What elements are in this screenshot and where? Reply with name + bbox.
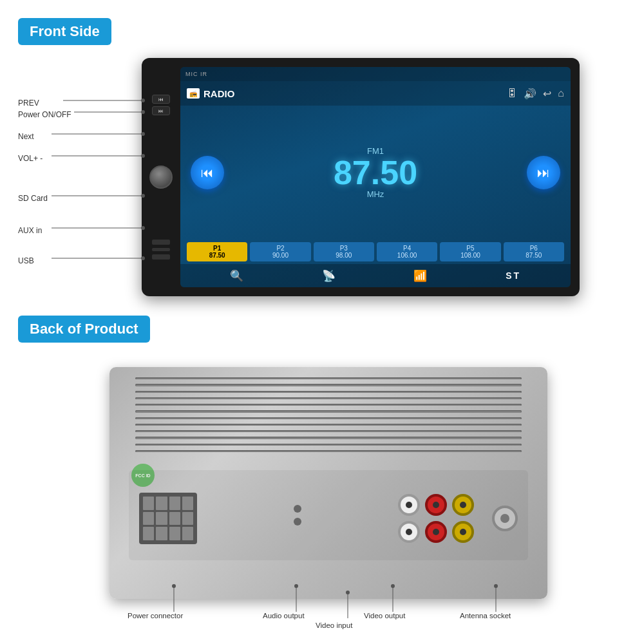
screen-footer: 🔍 📡 📶 ST	[180, 264, 571, 287]
pc-pin-4	[182, 497, 193, 510]
volume-icon[interactable]: 🔊	[524, 88, 536, 100]
antenna-socket-label: Antenna socket	[460, 612, 511, 620]
vent-12	[135, 450, 522, 452]
screen-top-bar: MIC IR	[180, 67, 571, 81]
aux-label: AUX in	[18, 226, 42, 235]
pc-pin-7	[169, 512, 180, 526]
rca-jacks	[398, 494, 482, 543]
sd-label: SD Card	[18, 194, 48, 203]
preset-3[interactable]: P3 98.00	[314, 242, 374, 261]
prev-track-button[interactable]: ⏮	[191, 156, 224, 189]
vol-label: VOL+ -	[18, 154, 43, 163]
bluetooth-icon[interactable]: 📶	[413, 269, 427, 283]
header-icons: 🎛 🔊 ↩ ⌂	[507, 88, 564, 100]
back-device: FCC ID	[109, 367, 547, 599]
preset-2[interactable]: P2 90.00	[250, 242, 310, 261]
vent-8	[135, 424, 522, 426]
power-label: Power ON/OFF	[18, 110, 71, 119]
mic-ir-label: MIC IR	[185, 71, 207, 77]
sd-callout: SD Card	[18, 192, 48, 204]
radio-logo: 📻 RADIO	[187, 88, 234, 99]
back-outer: FCC ID	[109, 367, 547, 599]
vent-10	[135, 437, 522, 439]
pc-pin-6	[156, 512, 167, 526]
next-label: Next	[18, 132, 34, 141]
rca-extra2	[452, 521, 474, 543]
rca-video-input	[452, 494, 474, 516]
radio-text: RADIO	[204, 88, 234, 99]
eq-icon[interactable]: 🎛	[507, 88, 517, 99]
pc-pin-9	[143, 527, 154, 540]
back-icon[interactable]: ↩	[543, 88, 551, 100]
rca-extra	[425, 521, 447, 543]
preset-4[interactable]: P4 106.00	[377, 242, 437, 261]
usb-port[interactable]	[152, 254, 170, 260]
pc-pin-10	[156, 527, 167, 540]
usb-label: USB	[18, 256, 34, 265]
next-callout: Next	[18, 130, 34, 142]
power-callout: Power ON/OFF	[18, 108, 71, 120]
left-controls: ⏮ ⏭	[142, 58, 180, 296]
pc-pin-3	[169, 497, 180, 510]
radio-icon: 📻	[187, 88, 200, 99]
next-track-button[interactable]: ⏭	[527, 156, 560, 189]
wifi-icon[interactable]: 📡	[322, 269, 336, 283]
preset-6[interactable]: P6 87.50	[504, 242, 564, 261]
frequency-display: FM1 87.50 MHz	[334, 146, 417, 199]
antenna-inner	[500, 514, 509, 523]
antenna-socket	[492, 506, 518, 531]
vent-11	[135, 444, 522, 446]
screen-main: ⏮ FM1 87.50 MHz ⏭	[180, 106, 571, 240]
screen: MIC IR 📻 RADIO 🎛 🔊 ↩ ⌂ ⏮ FM1 87.50	[180, 67, 571, 287]
preset-5[interactable]: P5 108.00	[440, 242, 500, 261]
vent-7	[135, 417, 522, 419]
pc-pin-1	[143, 497, 154, 510]
front-side-label: Front Side	[18, 18, 111, 45]
video-output-label: Video output	[364, 612, 405, 620]
vents	[135, 375, 522, 452]
vent-6	[135, 410, 522, 412]
pc-pin-2	[156, 497, 167, 510]
preset-1[interactable]: P1 87.50	[187, 242, 247, 261]
audio-output-label: Audio output	[263, 612, 305, 620]
rca-audio-left	[398, 494, 420, 516]
connectors-row	[129, 470, 528, 560]
power-connector	[139, 493, 197, 544]
video-input-label: Video input	[316, 621, 352, 629]
vent-5	[135, 404, 522, 406]
pc-pin-11	[169, 527, 180, 540]
usb-callout: USB	[18, 254, 34, 266]
front-device: ⏮ ⏭ MIC IR 📻 RADIO 🎛 �	[142, 58, 580, 296]
aux-callout: AUX in	[18, 224, 42, 236]
prev-label: PREV	[18, 99, 39, 108]
frequency-number: 87.50	[334, 156, 417, 189]
vent-2	[135, 384, 522, 386]
search-icon[interactable]: 🔍	[230, 269, 243, 283]
aux-port[interactable]	[152, 248, 170, 251]
prev-callout: PREV	[18, 97, 39, 108]
pc-pin-8	[182, 512, 193, 526]
next-button[interactable]: ⏭	[152, 106, 170, 115]
volume-knob[interactable]	[149, 166, 173, 189]
rca-video-output	[398, 521, 420, 543]
home-icon[interactable]: ⌂	[558, 88, 564, 99]
vent-1	[135, 377, 522, 379]
pc-pin-12	[182, 527, 193, 540]
pc-pin-5	[143, 512, 154, 526]
sd-card-slot[interactable]	[152, 240, 170, 245]
st-label: ST	[506, 270, 521, 281]
spacer	[207, 505, 388, 526]
vol-callout: VOL+ -	[18, 152, 43, 164]
prev-button[interactable]: ⏮	[152, 95, 170, 104]
rca-audio-right	[425, 494, 447, 516]
presets-bar: P1 87.50 P2 90.00 P3 98.00 P4 106.00 P5	[180, 240, 571, 264]
vent-9	[135, 430, 522, 432]
vent-4	[135, 397, 522, 399]
screen-header: 📻 RADIO 🎛 🔊 ↩ ⌂	[180, 81, 571, 106]
back-of-product-label: Back of Product	[18, 316, 150, 343]
vent-3	[135, 391, 522, 393]
power-connector-label: Power connector	[128, 612, 183, 620]
